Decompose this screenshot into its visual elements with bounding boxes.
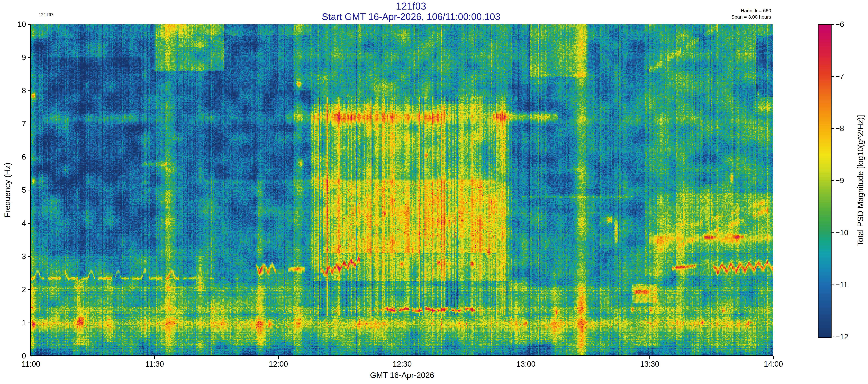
colorbar-tick-label: −12 [835,332,848,341]
y-tick-label: 10 [7,20,26,29]
y-tick-label: 8 [7,86,26,95]
y-tick-mark [28,91,31,91]
y-tick-label: 2 [7,285,26,294]
x-tick-label: 12:30 [393,360,412,369]
x-tick-mark [154,356,155,359]
colorbar-tick-mark [831,232,834,233]
spectrogram-figure: 121f03 500.0000 sa/sec df = 0.031 Hz, Nf… [0,0,868,384]
x-tick-mark [649,356,650,359]
y-tick-mark [28,190,31,190]
y-tick-label: 1 [7,318,26,327]
y-tick-mark [28,223,31,224]
x-tick-mark [773,356,774,359]
colorbar-tick-label: −6 [835,20,844,29]
colorbar-tick-label: −11 [835,280,848,289]
colorbar [818,24,832,338]
y-tick-label: 4 [7,219,26,228]
y-tick-mark [28,256,31,257]
y-tick-label: 9 [7,53,26,62]
x-tick-label: 11:00 [22,360,40,369]
y-tick-mark [28,323,31,323]
colorbar-tick-label: −8 [835,124,844,133]
y-tick-mark [28,289,31,290]
colorbar-tick-label: −10 [835,228,848,237]
colorbar-tick-mark [831,180,834,181]
x-tick-label: 14:00 [764,360,783,369]
y-tick-mark [28,57,31,58]
y-tick-mark [28,124,31,124]
colorbar-tick-mark [831,285,834,285]
colorbar-tick-label: −9 [835,176,844,185]
y-tick-label: 0 [7,352,26,360]
span-text: Span = 3.00 hours [731,14,771,20]
colorbar-label: Total PSD Magnitude [log10(g^2/Hz)] [856,115,865,246]
colorbar-tick-mark [831,337,834,337]
x-tick-label: 13:30 [640,360,659,369]
x-axis-label: GMT 16-Apr-2026 [31,371,773,380]
window-type-text: Hann, k = 660 [731,8,771,14]
colorbar-tick-label: −7 [835,72,844,81]
colorbar-tick-mark [831,128,834,129]
window-info-block: Hann, k = 660 Span = 3.00 hours [731,8,771,20]
x-tick-label: 12:00 [269,360,288,369]
plot-subtitle: Start GMT 16-Apr-2026, 106/11:00:00.103 [31,11,791,22]
y-tick-mark [28,24,31,25]
x-tick-mark [278,356,279,359]
x-tick-label: 13:00 [516,360,535,369]
colorbar-tick-mark [831,76,834,77]
colorbar-tick-mark [831,24,834,25]
plot-border [30,24,773,356]
plot-title: 121f03 [31,1,791,11]
y-tick-label: 3 [7,252,26,261]
y-tick-mark [28,157,31,157]
y-tick-label: 7 [7,120,26,128]
y-tick-mark [28,356,31,356]
title-block: 121f03 Start GMT 16-Apr-2026, 106/11:00:… [31,1,791,22]
x-tick-mark [31,356,31,359]
x-tick-mark [526,356,526,359]
y-tick-label: 5 [7,186,26,194]
y-tick-label: 6 [7,153,26,161]
x-tick-mark [402,356,402,359]
x-tick-label: 11:30 [145,360,164,369]
